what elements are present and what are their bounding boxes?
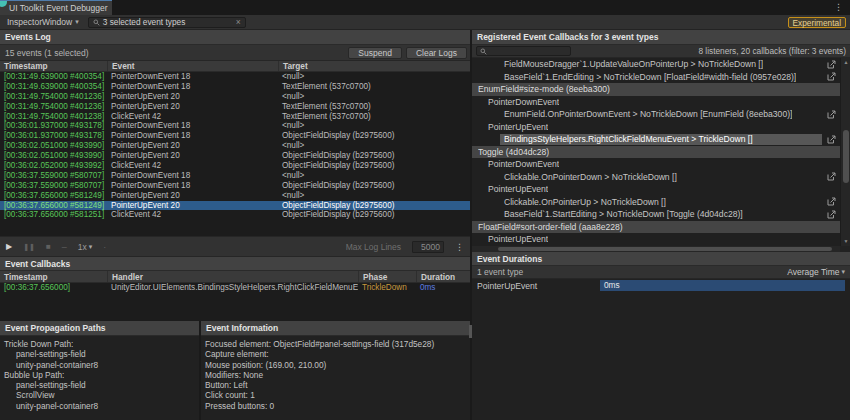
open-source-link-icon[interactable] <box>827 60 836 69</box>
event-log-row[interactable]: [00:36:01.937000 #493178]PointerDownEven… <box>0 121 470 131</box>
callback-label: EnumField.OnPointerDownEvent > NoTrickle… <box>504 108 792 121</box>
stop-icon[interactable]: ■ <box>46 242 51 251</box>
callback-duration: 0ms <box>416 283 470 293</box>
event-log-row[interactable]: [00:31:49.754000 #401236]PointerUpEvent … <box>0 92 470 102</box>
playback-speed-dropdown[interactable]: 1x ▾ <box>78 242 93 252</box>
scroll-up-icon[interactable]: ▲ <box>841 58 850 67</box>
tab-title: UI Toolkit Event Debugger <box>9 3 108 13</box>
callback-element-group[interactable]: Toggle (4d04dc28) <box>472 146 840 159</box>
open-source-link-icon[interactable] <box>827 172 836 181</box>
play-icon[interactable]: ▶ <box>6 242 12 251</box>
row-target: ObjectFieldDisplay (b2975600) <box>278 181 470 191</box>
path-line: Trickle Down Path: <box>0 339 199 349</box>
callback-row[interactable]: EnumField.OnPointerDownEvent > NoTrickle… <box>472 108 840 121</box>
event-log-row[interactable]: [00:36:37.559000 #580707]PointerDownEven… <box>0 181 470 191</box>
callback-label: EnumField#size-mode (8eeba300) <box>478 83 610 96</box>
clear-search-icon[interactable]: × <box>236 17 241 27</box>
registered-callbacks-header: Registered Event Callbacks for 3 event t… <box>472 30 850 45</box>
scrollbar-thumb[interactable] <box>498 247 832 251</box>
tab-bar: UI Toolkit Event Debugger ⋮ <box>0 0 850 15</box>
event-log-row[interactable]: [00:36:37.656000 #581251]ClickEvent 42Ob… <box>0 210 470 220</box>
callback-event-group[interactable]: PointerUpEvent <box>472 183 840 196</box>
event-log-row[interactable]: [00:31:49.754000 #401236]PointerUpEvent … <box>0 102 470 112</box>
window-menu-icon[interactable]: ⋮ <box>834 0 843 15</box>
tab-ui-toolkit-event-debugger[interactable]: UI Toolkit Event Debugger <box>0 0 112 15</box>
event-callback-row[interactable]: [00:36:37.656000] UnityEditor.UIElements… <box>0 283 470 293</box>
row-target: <null> <box>278 171 470 181</box>
callback-row[interactable]: BaseField`1.StartEditing > NoTrickleDown… <box>472 208 840 221</box>
row-timestamp: [00:36:02.052000 #493992] <box>0 161 107 171</box>
row-target: ObjectFieldDisplay (b2975600) <box>278 201 470 211</box>
callback-phase: TrickleDown <box>358 283 416 293</box>
playback-bar: ▶ ❚❚ ■ – 1x ▾ · Max Log Lines 5000 ⋮ <box>0 236 470 257</box>
callbacks-search-input[interactable] <box>476 46 571 56</box>
row-event: PointerUpEvent 20 <box>107 102 278 112</box>
info-line: Button: Left <box>201 380 470 390</box>
callback-label: BaseField`1.EndEditing > NoTrickleDown [… <box>504 71 796 84</box>
row-target: TextElement (537c0700) <box>278 82 470 92</box>
row-timestamp: [00:36:37.656000 #581249] <box>0 201 107 211</box>
log-options-menu-icon[interactable]: ⋮ <box>455 242 464 252</box>
callback-element-group[interactable]: EnumField#size-mode (8eeba300) <box>472 83 840 96</box>
vertical-scrollbar[interactable]: ▲ ▼ <box>840 58 850 246</box>
row-event: PointerUpEvent 20 <box>107 92 278 102</box>
callback-label: PointerDownEvent <box>488 158 559 171</box>
row-target: <null> <box>278 141 470 151</box>
open-source-link-icon[interactable] <box>827 72 836 81</box>
callback-event-group[interactable]: PointerDownEvent <box>472 96 840 109</box>
event-log-row[interactable]: [00:36:02.051000 #493990]PointerUpEvent … <box>0 141 470 151</box>
event-log-row[interactable]: [00:36:37.656000 #581249]PointerUpEvent … <box>0 191 470 201</box>
row-timestamp: [00:31:49.754000 #401236] <box>0 102 107 112</box>
event-log-row[interactable]: [00:31:49.639000 #400354]PointerDownEven… <box>0 82 470 92</box>
average-time-dropdown[interactable]: Average Time ▾ <box>787 267 845 277</box>
column-timestamp: Timestamp <box>0 271 107 282</box>
event-log-row[interactable]: [00:36:37.559000 #580707]PointerDownEven… <box>0 171 470 181</box>
event-type-filter-search[interactable]: 3 selected event types × <box>88 17 246 28</box>
open-source-link-icon[interactable] <box>827 110 836 119</box>
open-source-link-icon[interactable] <box>827 197 836 206</box>
event-durations-title: Event Durations <box>477 254 542 264</box>
event-log-row[interactable]: [00:36:37.656000 #581249]PointerUpEvent … <box>0 201 470 211</box>
suspend-button[interactable]: Suspend <box>348 47 402 59</box>
event-log-row[interactable]: [00:36:01.937000 #493178]PointerDownEven… <box>0 131 470 141</box>
scrollbar-thumb[interactable] <box>843 130 849 183</box>
callback-row[interactable]: BindingsStyleHelpers.RightClickFieldMenu… <box>472 133 840 146</box>
duration-bar: 0ms <box>600 280 845 291</box>
event-log-row[interactable]: [00:36:02.051000 #493990]PointerUpEvent … <box>0 151 470 161</box>
callback-event-group[interactable]: PointerUpEvent <box>472 121 840 134</box>
column-handler: Handler <box>107 271 358 282</box>
row-timestamp: [00:36:37.656000 #581249] <box>0 191 107 201</box>
event-log-row[interactable]: [00:31:49.754000 #401238]ClickEvent 42Te… <box>0 112 470 122</box>
callback-element-group[interactable]: FloatField#sort-order-field (aaa8e228) <box>472 221 840 234</box>
event-log-row[interactable]: [00:36:02.052000 #493992]ClickEvent 42Ob… <box>0 161 470 171</box>
event-type-count: 1 event type <box>477 267 523 277</box>
average-time-label: Average Time <box>787 267 839 277</box>
panel-picker-dropdown[interactable]: InspectorWindow ▾ <box>3 16 83 29</box>
registered-callbacks-list: FieldMouseDragger`1.UpdateValueOnPointer… <box>472 58 840 246</box>
pause-icon[interactable]: ❚❚ <box>23 243 35 251</box>
event-information-header: Event Information <box>201 321 470 336</box>
callback-label: PointerUpEvent <box>488 233 548 246</box>
clear-logs-button[interactable]: Clear Logs <box>406 47 467 59</box>
row-timestamp: [00:31:49.754000 #401236] <box>0 92 107 102</box>
open-source-link-icon[interactable] <box>827 135 836 144</box>
max-log-lines-input[interactable]: 5000 <box>412 241 444 253</box>
duration-row[interactable]: PointerUpEvent0ms <box>472 280 850 292</box>
callback-event-group[interactable]: PointerUpEvent <box>472 233 840 246</box>
open-source-link-icon[interactable] <box>827 210 836 219</box>
callback-row[interactable]: Clickable.OnPointerDown > NoTrickleDown … <box>472 171 840 184</box>
ui-toolkit-event-debugger-window: UI Toolkit Event Debugger ⋮ InspectorWin… <box>0 0 850 420</box>
row-timestamp: [00:36:01.937000 #493178] <box>0 121 107 131</box>
events-log-title: Events Log <box>5 32 51 42</box>
scroll-down-icon[interactable]: ▼ <box>841 237 850 246</box>
row-event: PointerDownEvent 18 <box>107 131 278 141</box>
event-type-label: PointerUpEvent <box>472 281 537 291</box>
durations-body: PointerUpEvent0ms <box>472 279 850 420</box>
max-log-lines-label: Max Log Lines <box>346 242 401 252</box>
callback-row[interactable]: BaseField`1.EndEditing > NoTrickleDown [… <box>472 71 840 84</box>
callback-event-group[interactable]: PointerDownEvent <box>472 158 840 171</box>
info-line: Modifiers: None <box>201 370 470 380</box>
callback-row[interactable]: FieldMouseDragger`1.UpdateValueOnPointer… <box>472 58 840 71</box>
event-log-row[interactable]: [00:31:49.639000 #400354]PointerDownEven… <box>0 72 470 82</box>
callback-row[interactable]: Clickable.OnPointerUp > NoTrickleDown [] <box>472 196 840 209</box>
